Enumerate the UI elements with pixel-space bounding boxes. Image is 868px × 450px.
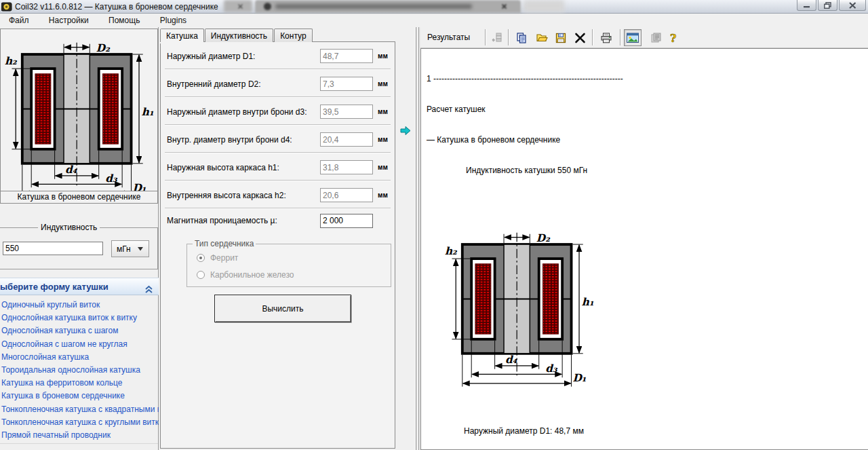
background-tab-close-icon xyxy=(500,3,508,10)
diagram-caption: Катушка в броневом сердечнике xyxy=(1,191,157,203)
list-separator xyxy=(0,443,158,444)
core-type-legend: Тип сердечника xyxy=(193,239,256,248)
show-scheme-toggle xyxy=(647,29,665,46)
background-tab-favicon xyxy=(264,3,271,10)
shape-selector-header[interactable]: ыберите форму катушки xyxy=(0,278,159,295)
open-file-button[interactable] xyxy=(533,29,551,46)
shape-item-single-layer-pitch[interactable]: Однослойная катушка с шагом xyxy=(0,324,159,337)
left-panel: D₂ h₂ h₁ d₄ d₃ D₁ Катушка в броневом сер… xyxy=(0,27,159,450)
field-input-d4 xyxy=(320,132,373,147)
field-row-d1: Наружный диаметр D1: мм xyxy=(161,42,395,70)
shape-item-single-round-turn[interactable]: Одиночный круглый виток xyxy=(0,299,159,312)
inductance-unit-value: мГн xyxy=(117,244,131,254)
restore-button[interactable] xyxy=(818,0,837,11)
field-label: Внутренняя высота каркаса h2: xyxy=(167,191,320,200)
coil-parameters-form: Наружный диаметр D1: мм Внутренний диаме… xyxy=(160,41,395,449)
shape-item-thinfilm-square[interactable]: Тонкопленочная катушка с квадратными вит… xyxy=(0,403,159,416)
dim-label-D1: D₁ xyxy=(572,372,586,384)
shape-item-thinfilm-round[interactable]: Тонкопленочная катушка с круглыми виткам… xyxy=(0,416,159,429)
field-label: Внутренний диаметр D2: xyxy=(167,79,320,89)
toolbar-separator xyxy=(620,29,620,45)
dim-label-d2: D₂ xyxy=(536,232,551,244)
dim-label-d4: d₄ xyxy=(64,164,77,176)
result-line: Индуктивность катушки 550 мГн xyxy=(466,166,868,176)
background-tab-close-icon xyxy=(237,3,244,10)
dim-label-d3: d₃ xyxy=(545,362,558,375)
minimize-button[interactable] xyxy=(797,0,816,11)
field-input-mu[interactable] xyxy=(320,214,373,228)
help-button[interactable]: ? xyxy=(665,29,682,46)
field-row-d4: Внутр. диаметр внутри брони d4: мм xyxy=(161,126,395,153)
menu-help[interactable]: Помощь xyxy=(100,14,149,26)
core-type-group: Тип сердечника Феррит Карбонильное желез… xyxy=(186,244,391,287)
shape-item-single-layer-noncircular[interactable]: Однослойная с шагом не круглая xyxy=(0,338,159,351)
coil-shape-preview: D₂ h₂ h₁ d₄ d₃ D₁ Катушка в броневом сер… xyxy=(0,29,158,204)
field-row-h2: Внутренняя высота каркаса h2: мм xyxy=(161,181,395,209)
menu-settings[interactable]: Настройки xyxy=(40,14,98,26)
shape-selector-title: ыберите форму катушки xyxy=(0,282,108,292)
result-line: — Катушка в броневом сердечнике xyxy=(427,135,868,145)
menu-bar: Файл Настройки Помощь Plugins xyxy=(0,14,868,27)
field-row-h1: Наружная высота каркаса h1: мм xyxy=(161,153,395,181)
parameter-tabs: Катушка Индуктивность Контур xyxy=(160,29,313,42)
tab-circuit[interactable]: Контур xyxy=(274,29,312,42)
calculate-button[interactable]: Вычислить xyxy=(214,295,351,322)
clear-results-button[interactable] xyxy=(571,29,589,46)
menu-file[interactable]: Файл xyxy=(0,14,38,26)
shape-item-pot-core[interactable]: Катушка в броневом сердечнике xyxy=(0,390,159,402)
inductance-legend: Индуктивность xyxy=(38,223,100,232)
radio-ferrite: Феррит xyxy=(197,253,238,263)
radio-ferrite-label: Феррит xyxy=(210,253,238,263)
inductance-group: Индуктивность мГн xyxy=(0,227,158,269)
dock-left-button xyxy=(488,29,506,46)
dim-label-h2: h₂ xyxy=(445,245,458,257)
field-input-d3 xyxy=(320,105,373,119)
collapse-chevron-icon[interactable] xyxy=(144,282,153,299)
shape-item-single-layer-close[interactable]: Однослойная катушка виток к витку xyxy=(0,312,159,324)
shape-item-multilayer[interactable]: Многослойная катушка xyxy=(0,351,159,364)
shape-item-straight-trace[interactable]: Прямой печатный проводник xyxy=(0,429,159,442)
toolbar-separator xyxy=(592,29,593,45)
inductance-input[interactable] xyxy=(3,242,103,255)
results-panel: Результаты xyxy=(420,27,868,450)
field-label: Внутр. диаметр внутри брони d4: xyxy=(167,135,320,145)
save-button[interactable] xyxy=(552,29,570,46)
dim-label-h1: h₁ xyxy=(582,296,594,308)
coil-shape-list: Одиночный круглый виток Однослойная кату… xyxy=(0,299,159,442)
field-label: Магнитная проницаемость µ: xyxy=(167,216,320,225)
field-row-d3: Наружный диаметр внутри брони d3: мм xyxy=(161,98,395,126)
title-bar[interactable]: Coil32 v11.6.0.812 — Катушка в броневом … xyxy=(0,0,868,14)
window-title: Coil32 v11.6.0.812 — Катушка в броневом … xyxy=(15,2,218,12)
field-label: Наружная высота каркаса h1: xyxy=(167,163,320,172)
field-label: Наружный диаметр внутри брони d3: xyxy=(167,107,320,117)
results-output[interactable]: 1 --------------------------------------… xyxy=(420,48,868,450)
dim-label-d3: d₃ xyxy=(105,172,118,185)
background-tab-area xyxy=(524,0,564,12)
dropdown-arrow-icon xyxy=(138,247,144,251)
inductance-unit-dropdown[interactable]: мГн xyxy=(111,240,149,257)
panel-splitter xyxy=(397,27,415,450)
dim-label-d4: d₄ xyxy=(505,354,517,366)
print-button[interactable] xyxy=(597,29,615,46)
shape-item-ferrite-ring[interactable]: Катушка на ферритовом кольце xyxy=(0,377,159,390)
copy-button[interactable] xyxy=(513,29,530,46)
expand-results-arrow-icon[interactable] xyxy=(399,126,412,138)
result-line: 1 --------------------------------------… xyxy=(427,74,868,84)
show-picture-toggle[interactable] xyxy=(624,29,642,46)
shape-item-toroidal[interactable]: Тороидальная однослойная катушка xyxy=(0,364,159,377)
field-unit: мм xyxy=(373,164,388,171)
help-icon: ? xyxy=(670,32,676,44)
tab-coil[interactable]: Катушка xyxy=(160,29,204,42)
dim-label-h2: h₂ xyxy=(4,55,17,67)
tab-inductance[interactable]: Индуктивность xyxy=(205,29,273,42)
radio-ferrite-circle xyxy=(197,254,205,262)
close-button[interactable] xyxy=(839,0,866,11)
field-unit: мм xyxy=(373,80,388,88)
field-input-d1 xyxy=(320,49,373,63)
result-line: Наружный диаметр D1: 48,7 мм xyxy=(464,426,868,436)
splitter-handle[interactable] xyxy=(415,27,420,450)
results-toolbar: Результаты xyxy=(420,27,868,48)
menu-plugins[interactable]: Plugins xyxy=(151,14,195,26)
field-unit: мм xyxy=(373,108,388,115)
radio-carbonyl-circle xyxy=(197,271,205,279)
